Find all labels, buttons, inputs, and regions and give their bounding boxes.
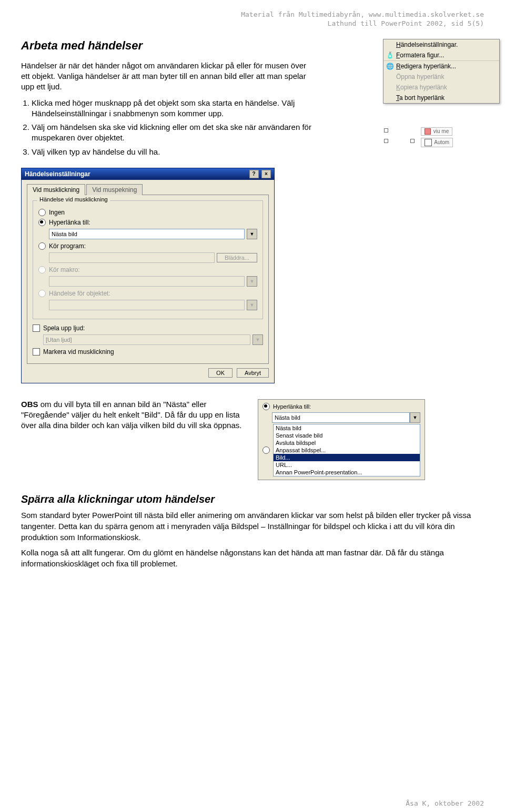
radio-run-program[interactable] [38, 242, 46, 250]
radio-object-action [38, 290, 46, 297]
radio-hyperlink-label: Hyperlänka till: [49, 219, 90, 226]
dropdown-arrow-icon: ▼ [247, 300, 257, 310]
section2-p2: Kolla noga så att allt fungerar. Om du g… [21, 547, 484, 569]
hyperlink-label-small: Hyperlänka till: [273, 403, 311, 410]
radio-object-action-label: Händelse för objektet: [49, 290, 110, 297]
cm-item-remove-hyperlink[interactable]: Ta bort hyperlänk [383, 93, 499, 103]
obs-paragraph: OBS om du vill byta till en annan bild ä… [21, 399, 242, 431]
header-line1: Material från Multimediabyrån, www.multi… [241, 11, 484, 18]
context-menu: Händelseinställningar. 🧴 Formatera figur… [383, 39, 500, 104]
list-item-selected[interactable]: Bild... [274, 454, 420, 461]
hyperlink-dropdown-expanded: Hyperlänka till: Nästa bild ▼ Nästa bild… [258, 399, 425, 480]
dialog-titlebar: Händelseinställningar ? × [22, 168, 274, 180]
section1-intro: Händelser är när det händer något om anv… [21, 60, 316, 93]
list-item[interactable]: URL... [274, 461, 420, 469]
radio-hyperlink-small [262, 403, 270, 410]
header-line2: Lathund till PowerPoint 2002, sid 5(5) [328, 19, 484, 27]
tab-panel: Händelse vid musklickning Ingen Hyperlän… [27, 195, 269, 364]
globe-icon: 🌐 [383, 63, 396, 70]
selection-handles: viu me Autom [384, 128, 500, 155]
ok-button[interactable]: OK [208, 368, 233, 378]
step-2: Välj om händelsen ska ske vid klickning … [32, 122, 326, 144]
radio-none[interactable] [38, 209, 46, 216]
radio-none-label: Ingen [49, 209, 65, 216]
thumb-label-2: Autom [434, 139, 449, 145]
radio-hyperlink[interactable] [38, 219, 46, 226]
checkbox-play-sound[interactable] [33, 324, 40, 332]
tab-on-click[interactable]: Vid musklickning [27, 184, 85, 195]
help-button[interactable]: ? [249, 170, 259, 178]
dropdown-arrow-icon[interactable]: ▼ [247, 229, 257, 239]
object-action-dropdown [49, 300, 245, 310]
group-legend: Händelse vid musklickning [37, 196, 110, 202]
sound-dropdown: [Utan ljud] [43, 334, 250, 345]
section1-steps: Klicka med höger musknapp på det objekt … [21, 98, 326, 157]
macro-dropdown [49, 276, 245, 287]
dropdown-arrow-icon: ▼ [252, 334, 263, 345]
tab-on-hover[interactable]: Vid muspekning [86, 184, 143, 195]
hyperlink-value-small: Nästa bild [272, 412, 410, 423]
thumb-label-1: viu me [433, 128, 449, 134]
obs-bold: OBS [21, 400, 38, 409]
list-item[interactable]: Annan PowerPoint-presentation... [274, 469, 420, 476]
dialog-title: Händelseinställningar [25, 170, 90, 178]
header-note: Material från Multimediabyrån, www.multi… [21, 11, 484, 28]
radio-macro [38, 266, 46, 273]
dropdown-arrow-icon: ▼ [410, 412, 420, 423]
checkbox-highlight-click[interactable] [33, 348, 40, 356]
step-3: Välj vilken typ av händelse du vill ha. [32, 147, 326, 157]
dropdown-arrow-icon: ▼ [247, 276, 257, 287]
footer: Åsa K, oktober 2002 [406, 799, 484, 807]
run-program-field [49, 252, 215, 263]
list-item[interactable]: Nästa bild [274, 424, 420, 432]
list-item[interactable]: Senast visade bild [274, 432, 420, 439]
list-item[interactable]: Anpassat bildspel... [274, 446, 420, 454]
step-1: Klicka med höger musknapp på det objekt … [32, 98, 326, 119]
radio-run-label: Kör program: [49, 242, 86, 250]
section2-p1: Som standard byter PowerPoint till nästa… [21, 510, 484, 543]
cm-item-edit-hyperlink[interactable]: 🌐 Redigera hyperlänk... [383, 60, 499, 72]
obs-rest: om du vill byta till en annan bild än "N… [21, 400, 241, 430]
list-item[interactable]: Avsluta bildspel [274, 439, 420, 446]
section2-title: Spärra alla klickningar utom händelser [21, 493, 484, 505]
action-settings-dialog: Händelseinställningar ? × Vid musklickni… [21, 168, 275, 383]
checkbox-highlight-label: Markera vid musklickning [43, 348, 114, 356]
browse-button: Bläddra... [217, 253, 257, 262]
cm-item-copy-hyperlink: Kopiera hyperlänk [383, 82, 499, 93]
close-button[interactable]: × [261, 170, 271, 178]
radio-placeholder [262, 446, 270, 454]
hyperlink-options-list: Nästa bild Senast visade bild Avsluta bi… [273, 424, 420, 476]
paint-icon: 🧴 [383, 52, 396, 59]
checkbox-play-sound-label: Spela upp ljud: [43, 324, 85, 332]
radio-macro-label: Kör makro: [49, 266, 80, 273]
cm-item-open-hyperlink: Öppna hyperlänk [383, 72, 499, 82]
cm-item-format-shape[interactable]: 🧴 Formatera figur... [383, 50, 499, 60]
cancel-button[interactable]: Avbryt [237, 368, 269, 378]
cm-item-action-settings[interactable]: Händelseinställningar. [383, 39, 499, 50]
hyperlink-dropdown[interactable]: Nästa bild [49, 229, 245, 239]
